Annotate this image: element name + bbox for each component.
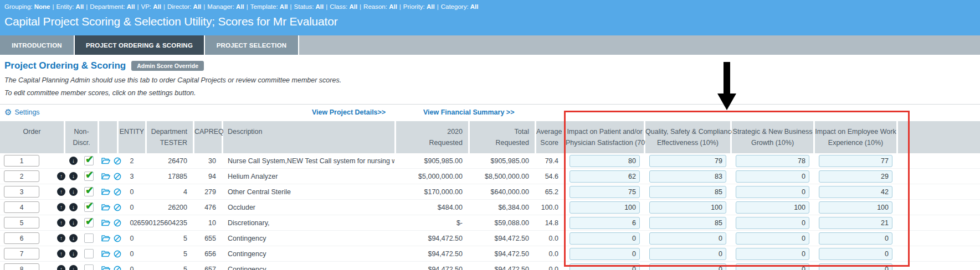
move-down-button[interactable]: ↓ <box>69 203 78 211</box>
impact-patient-satisfaction-score-input[interactable] <box>569 201 640 214</box>
quality-safety-compliance-score-input[interactable] <box>649 248 726 260</box>
strategic-new-business-score-input[interactable] <box>736 217 809 229</box>
folder-open-icon[interactable] <box>101 235 110 242</box>
non-discr-checkbox[interactable] <box>84 218 94 227</box>
strategic-new-business-score-input[interactable] <box>736 186 809 198</box>
order-input[interactable] <box>4 170 39 182</box>
non-discr-checkbox[interactable] <box>84 264 94 270</box>
quality-safety-compliance-score-input[interactable] <box>649 232 726 245</box>
impact-patient-satisfaction-score-input[interactable] <box>569 248 640 260</box>
description-cell: Nurse Call System,NEW Test Call system f… <box>223 157 394 165</box>
tab-project-ordering-scoring[interactable]: PROJECT ORDERING & SCORING <box>75 35 204 55</box>
order-input[interactable] <box>4 155 39 167</box>
folder-open-icon[interactable] <box>101 204 110 211</box>
quality-safety-compliance-score-input[interactable] <box>649 217 726 229</box>
order-input[interactable] <box>4 263 39 270</box>
strategic-new-business-score-input[interactable] <box>736 201 809 214</box>
move-up-button[interactable]: ↑ <box>57 234 65 242</box>
strategic-new-business-score-input[interactable] <box>736 170 809 183</box>
description-cell: Other Central Sterile <box>223 188 394 196</box>
employee-work-experience-score-input[interactable] <box>819 170 892 183</box>
move-up-button[interactable]: ↑ <box>57 265 65 270</box>
folder-open-icon[interactable] <box>101 250 110 257</box>
employee-work-experience-score-input[interactable] <box>819 263 892 270</box>
quality-safety-compliance-score-input[interactable] <box>649 155 726 167</box>
average-score-cell: 54.6 <box>536 173 564 180</box>
entity-cell: 0 <box>119 266 145 270</box>
title-bar: Capital Project Scoring & Selection Util… <box>0 13 980 35</box>
order-input[interactable] <box>4 201 39 213</box>
non-discr-checkbox[interactable] <box>84 187 94 196</box>
quality-safety-compliance-score-input[interactable] <box>649 263 726 270</box>
view-financial-summary-link[interactable]: View Financial Summary >> <box>423 108 514 116</box>
employee-work-experience-score-input[interactable] <box>819 155 892 167</box>
move-down-button[interactable]: ↓ <box>69 250 78 258</box>
instructions-note-1: The Capital Planning Admin should use th… <box>4 76 980 84</box>
table-row: ↑↓05656Contingency$94,472.50$94,472.500.… <box>0 246 980 262</box>
filters-bar: Grouping: None|Entity: All|Department: A… <box>0 0 980 13</box>
move-up-button[interactable]: ↑ <box>57 250 65 258</box>
impact-patient-satisfaction-score-input[interactable] <box>569 263 640 270</box>
column-header-strategic-new-business-growth-10: Strategic & New BusinessGrowth (10%) <box>732 121 813 153</box>
quality-safety-compliance-score-input[interactable] <box>649 186 726 198</box>
non-discr-checkbox[interactable] <box>84 202 94 212</box>
requested-2020-cell: $484.00 <box>396 204 468 211</box>
move-down-button[interactable]: ↓ <box>69 157 78 165</box>
description-cell: Discretionary, <box>223 219 394 227</box>
impact-patient-satisfaction-score-input[interactable] <box>569 170 640 183</box>
folder-open-icon[interactable] <box>101 157 110 164</box>
impact-patient-satisfaction-score-input[interactable] <box>569 232 640 245</box>
quality-safety-compliance-score-input[interactable] <box>649 201 726 214</box>
move-down-button[interactable]: ↓ <box>69 172 78 180</box>
view-project-details-link[interactable]: View Project Details>> <box>312 108 386 116</box>
folder-open-icon[interactable] <box>101 188 110 195</box>
move-up-button[interactable]: ↑ <box>57 219 65 227</box>
non-discr-checkbox[interactable] <box>84 172 94 181</box>
order-input[interactable] <box>4 232 39 244</box>
department-cell: 5 <box>147 266 193 270</box>
impact-patient-satisfaction-score-input[interactable] <box>569 186 640 198</box>
non-discr-checkbox[interactable] <box>84 156 94 165</box>
strategic-new-business-score-input[interactable] <box>736 232 809 245</box>
description-cell: Occluder <box>223 204 394 211</box>
strategic-new-business-score-input[interactable] <box>736 155 809 167</box>
impact-patient-satisfaction-score-input[interactable] <box>569 155 640 167</box>
employee-work-experience-score-input[interactable] <box>819 232 892 245</box>
entity-cell: 3 <box>119 173 145 180</box>
tab-introduction[interactable]: INTRODUCTION <box>0 35 74 55</box>
move-down-button[interactable]: ↓ <box>69 188 78 196</box>
settings-button[interactable]: ⚙Settings <box>4 108 40 116</box>
capreq-cell: 10 <box>194 219 222 227</box>
strategic-new-business-score-input[interactable] <box>736 248 809 260</box>
filter-grouping: Grouping: None <box>4 3 50 10</box>
employee-work-experience-score-input[interactable] <box>819 201 892 214</box>
impact-patient-satisfaction-score-input[interactable] <box>569 217 640 229</box>
order-input[interactable] <box>4 248 39 259</box>
move-up-button[interactable]: ↑ <box>57 172 65 180</box>
employee-work-experience-score-input[interactable] <box>819 217 892 229</box>
folder-open-icon[interactable] <box>101 173 110 180</box>
folder-open-icon[interactable] <box>101 219 110 226</box>
admin-score-override-badge: Admin Score Override <box>131 61 204 71</box>
move-up-button[interactable]: ↑ <box>57 203 65 211</box>
folder-open-icon[interactable] <box>101 266 110 270</box>
move-down-button[interactable]: ↓ <box>69 265 78 270</box>
table-body: ↑↓22647030Nurse Call System,NEW Test Cal… <box>0 153 980 270</box>
column-header-quality-safety-compliance-effectiveness-10: Quality, Safety & ComplianceEffectivenes… <box>645 121 730 153</box>
strategic-new-business-score-input[interactable] <box>736 263 809 270</box>
description-cell: Helium Analyzer <box>223 173 394 180</box>
total-requested-cell: $94,472.50 <box>470 266 535 270</box>
move-up-button[interactable]: ↑ <box>57 188 65 196</box>
order-input[interactable] <box>4 186 39 198</box>
employee-work-experience-score-input[interactable] <box>819 248 892 260</box>
move-down-button[interactable]: ↓ <box>69 219 78 227</box>
non-discr-checkbox[interactable] <box>84 233 94 243</box>
quality-safety-compliance-score-input[interactable] <box>649 170 726 183</box>
tab-project-selection[interactable]: PROJECT SELECTION <box>205 35 298 55</box>
order-input[interactable] <box>4 217 39 229</box>
total-requested-cell: $94,472.50 <box>470 250 535 258</box>
employee-work-experience-score-input[interactable] <box>819 186 892 198</box>
capreq-cell: 657 <box>194 266 222 270</box>
non-discr-checkbox[interactable] <box>84 249 94 258</box>
move-down-button[interactable]: ↓ <box>69 234 78 242</box>
